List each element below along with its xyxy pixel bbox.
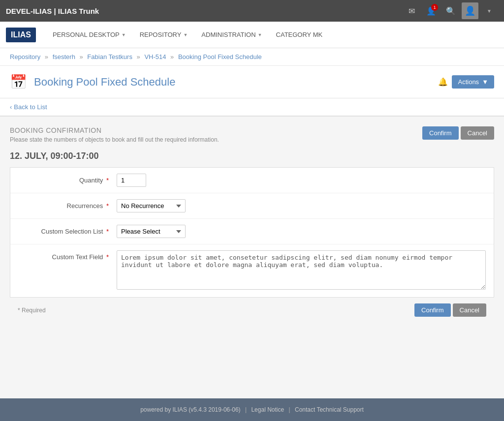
nav-item-personal-desktop[interactable]: PERSONAL DESKTOP ▼ [46, 22, 133, 47]
confirm-button-bottom[interactable]: Confirm [414, 303, 451, 317]
required-star: * [106, 253, 109, 261]
booking-title-block: BOOKING CONFIRMATION Please state the nu… [10, 126, 219, 143]
chevron-down-icon: ▼ [482, 78, 488, 86]
contact-support-link[interactable]: Contact Technical Support [295, 406, 364, 413]
form-row-custom-text: Custom Text Field * Lorem ipsum dolor si… [10, 244, 494, 297]
form-row-custom-selection: Custom Selection List * Please Select Op… [10, 219, 494, 244]
top-nav-icons: ✉ 👤 1 🔍 👤 ▼ [403, 2, 498, 20]
actions-button[interactable]: Actions ▼ [452, 75, 494, 89]
calendar-icon: 📅 [10, 74, 27, 90]
chevron-down-icon: ▼ [258, 32, 262, 37]
booking-section-subtitle: Please state the numbers of objects to b… [10, 136, 219, 143]
custom-text-textarea[interactable]: Lorem ipsum dolor sit amet, consetetur s… [117, 250, 486, 290]
top-action-buttons: Confirm Cancel [422, 126, 494, 140]
breadcrumb: Repository » fsesterh » Fabian Testkurs … [0, 48, 504, 66]
search-icon[interactable]: 🔍 [442, 2, 460, 20]
booking-header: BOOKING CONFIRMATION Please state the nu… [10, 126, 494, 143]
required-star: * [106, 228, 109, 235]
chevron-left-icon: ‹ [10, 103, 12, 111]
page-content: 📅 Booking Pool Fixed Schedule 🔔 Actions … [0, 66, 504, 398]
quantity-input[interactable] [117, 174, 146, 187]
site-title: DEVEL-ILIAS | ILIAS Trunk [6, 7, 99, 15]
date-heading: 12. JULY, 09:00-17:00 [10, 151, 494, 161]
recurrences-select[interactable]: No Recurrence Daily Weekly Monthly [117, 199, 186, 212]
confirm-button-top[interactable]: Confirm [422, 126, 459, 140]
top-navbar: DEVEL-ILIAS | ILIAS Trunk ✉ 👤 1 🔍 👤 ▼ [0, 0, 504, 22]
chevron-down-icon: ▼ [183, 32, 188, 37]
form-row-recurrences: Recurrences * No Recurrence Daily Weekly… [10, 193, 494, 219]
page-header: 📅 Booking Pool Fixed Schedule 🔔 Actions … [0, 66, 504, 98]
user-icon[interactable]: 👤 1 [422, 2, 440, 20]
main-navbar: ILIAS PERSONAL DESKTOP ▼ REPOSITORY ▼ AD… [0, 22, 504, 48]
ilias-logo[interactable]: ILIAS [6, 28, 36, 42]
booking-section-title: BOOKING CONFIRMATION [10, 126, 219, 134]
form-section: BOOKING CONFIRMATION Please state the nu… [0, 117, 504, 332]
form-panel: Quantity * Recurrences * No Recurrence D… [10, 167, 494, 298]
site-footer: powered by ILIAS (v5.4.3 2019-06-06) | L… [0, 398, 504, 421]
page-title: Booking Pool Fixed Schedule [34, 76, 175, 89]
bottom-action-buttons: Confirm Cancel [414, 303, 486, 317]
back-bar: ‹ Back to List [0, 98, 504, 117]
cancel-button-top[interactable]: Cancel [461, 126, 494, 140]
cancel-button-bottom[interactable]: Cancel [453, 303, 486, 317]
bell-icon[interactable]: 🔔 [438, 77, 448, 87]
nav-item-category-mk[interactable]: CATEGORY MK [269, 22, 330, 47]
required-note: * Required [18, 307, 46, 314]
legal-notice-link[interactable]: Legal Notice [251, 406, 284, 413]
back-to-list-link[interactable]: ‹ Back to List [10, 103, 494, 111]
mail-icon[interactable]: ✉ [403, 2, 420, 20]
form-footer: * Required Confirm Cancel [10, 298, 494, 323]
chevron-down-icon: ▼ [122, 32, 126, 37]
user-badge: 1 [431, 4, 438, 11]
breadcrumb-fabian-testkurs[interactable]: Fabian Testkurs [87, 53, 132, 60]
breadcrumb-fsesterh[interactable]: fsesterh [53, 53, 75, 60]
avatar[interactable]: 👤 [462, 2, 478, 19]
nav-item-administration[interactable]: ADMINISTRATION ▼ [194, 22, 269, 47]
powered-by-text: powered by ILIAS (v5.4.3 2019-06-06) [140, 406, 240, 413]
required-star: * [106, 177, 109, 184]
breadcrumb-booking-pool[interactable]: Booking Pool Fixed Schedule [178, 53, 262, 60]
breadcrumb-vh-514[interactable]: VH-514 [144, 53, 166, 60]
nav-item-repository[interactable]: REPOSITORY ▼ [133, 22, 195, 47]
custom-selection-select[interactable]: Please Select Option 1 Option 2 [117, 225, 186, 238]
required-star: * [106, 202, 109, 210]
top-nav-dropdown-arrow[interactable]: ▼ [480, 2, 498, 20]
nav-items: PERSONAL DESKTOP ▼ REPOSITORY ▼ ADMINIST… [46, 22, 329, 47]
form-row-quantity: Quantity * [10, 168, 494, 193]
breadcrumb-repository[interactable]: Repository [10, 53, 40, 60]
